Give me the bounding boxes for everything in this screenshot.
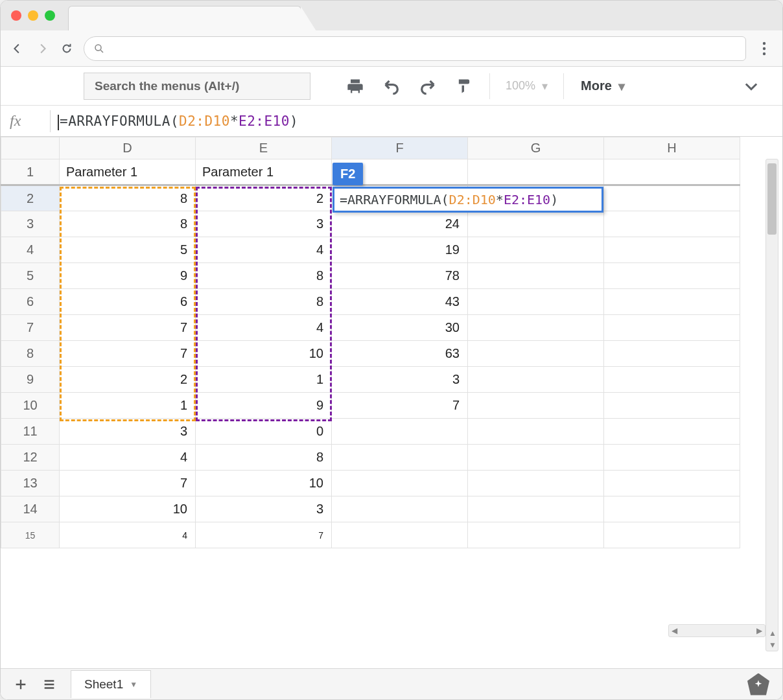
formula-text[interactable]: =ARRAYFORMULA(D2:D10*E2:E10) (60, 113, 298, 129)
cell[interactable] (604, 419, 740, 445)
cell[interactable] (604, 522, 740, 548)
cell[interactable]: 8 (196, 263, 332, 289)
cell[interactable]: 3 (196, 211, 332, 237)
cell[interactable] (604, 393, 740, 419)
collapse-toolbar-button[interactable] (742, 77, 760, 95)
cell[interactable]: 43 (332, 289, 468, 315)
row-header[interactable]: 5 (1, 263, 60, 289)
cell[interactable]: 5 (60, 237, 196, 263)
cell[interactable]: 10 (60, 496, 196, 522)
menu-search-input[interactable]: Search the menus (Alt+/) (84, 73, 310, 100)
print-button[interactable] (340, 73, 370, 100)
zoom-dropdown[interactable]: 100% ▾ (500, 79, 553, 93)
address-bar[interactable] (84, 36, 746, 61)
row-header[interactable]: 15 (1, 522, 60, 548)
cell[interactable] (332, 419, 468, 445)
window-maximize-button[interactable] (45, 10, 55, 21)
cell[interactable] (468, 341, 604, 367)
cell[interactable]: 2 (60, 367, 196, 393)
browser-menu-button[interactable] (755, 41, 773, 56)
col-header-H[interactable]: H (604, 137, 740, 159)
cell[interactable]: 24 (332, 211, 468, 237)
more-toolbar-button[interactable]: More ▾ (574, 78, 631, 94)
cell[interactable]: 10 (196, 471, 332, 496)
scroll-right-icon[interactable]: ▶ (756, 626, 762, 635)
cell[interactable]: 30 (332, 315, 468, 341)
undo-button[interactable] (377, 73, 406, 100)
cell[interactable]: 2 (196, 185, 332, 211)
cell[interactable]: 8 (60, 185, 196, 211)
row-header[interactable]: 10 (1, 393, 60, 419)
select-all-corner[interactable] (1, 137, 60, 159)
scroll-left-icon[interactable]: ◀ (672, 626, 677, 635)
cell[interactable]: 0 (196, 419, 332, 445)
cell[interactable] (468, 419, 604, 445)
cell[interactable]: 1 (196, 367, 332, 393)
horizontal-scrollbar[interactable]: ◀ ▶ (668, 624, 765, 637)
cell[interactable]: Parameter 1 (60, 159, 196, 185)
col-header-G[interactable]: G (468, 137, 604, 159)
cell[interactable]: 7 (196, 522, 332, 548)
cell[interactable]: 4 (196, 237, 332, 263)
cell[interactable]: 1 (60, 393, 196, 419)
row-header[interactable]: 1 (1, 159, 60, 185)
cell[interactable] (468, 237, 604, 263)
cell[interactable] (604, 237, 740, 263)
cell[interactable] (332, 445, 468, 471)
row-header[interactable]: 13 (1, 471, 60, 496)
cell[interactable]: 4 (196, 315, 332, 341)
scroll-down-icon[interactable]: ▼ (766, 639, 779, 651)
cell[interactable] (468, 496, 604, 522)
cell[interactable] (604, 263, 740, 289)
cell[interactable] (468, 367, 604, 393)
cell[interactable]: 8 (196, 445, 332, 471)
explore-button[interactable] (747, 673, 769, 695)
cell[interactable] (604, 496, 740, 522)
cell[interactable] (468, 393, 604, 419)
cell[interactable]: 10 (196, 341, 332, 367)
cell[interactable] (468, 522, 604, 548)
cell[interactable] (468, 263, 604, 289)
col-header-D[interactable]: D (60, 137, 196, 159)
row-header[interactable]: 3 (1, 211, 60, 237)
caret-down-icon[interactable]: ▼ (130, 680, 137, 689)
scroll-thumb[interactable] (767, 163, 777, 235)
row-header[interactable]: 4 (1, 237, 60, 263)
cell[interactable] (468, 289, 604, 315)
cell[interactable] (468, 211, 604, 237)
cell[interactable]: 4 (60, 522, 196, 548)
cell[interactable]: 8 (60, 211, 196, 237)
scroll-up-icon[interactable]: ▲ (766, 627, 779, 639)
paint-format-button[interactable] (449, 73, 479, 100)
row-header[interactable]: 7 (1, 315, 60, 341)
cell[interactable] (604, 211, 740, 237)
cell[interactable]: 7 (332, 393, 468, 419)
cell[interactable]: 78 (332, 263, 468, 289)
row-header[interactable]: 14 (1, 496, 60, 522)
cell[interactable] (604, 341, 740, 367)
cell[interactable]: 7 (60, 315, 196, 341)
cell[interactable]: 9 (60, 263, 196, 289)
cell[interactable] (604, 289, 740, 315)
row-header[interactable]: 11 (1, 419, 60, 445)
cell[interactable]: 63 (332, 341, 468, 367)
sheet-tab[interactable]: Sheet1 ▼ (71, 670, 151, 698)
nav-forward-button[interactable] (34, 41, 50, 56)
col-header-F[interactable]: F (332, 137, 468, 159)
row-header[interactable]: 6 (1, 289, 60, 315)
browser-tab[interactable] (68, 6, 301, 30)
cell[interactable] (604, 185, 740, 211)
cell[interactable] (332, 471, 468, 496)
window-close-button[interactable] (11, 10, 21, 21)
formula-bar[interactable]: fx =ARRAYFORMULA(D2:D10*E2:E10) (1, 106, 782, 137)
row-header[interactable]: 2 (1, 185, 60, 211)
cell[interactable]: Parameter 1 (196, 159, 332, 185)
cell[interactable] (468, 159, 604, 185)
cell[interactable]: 9 (196, 393, 332, 419)
window-minimize-button[interactable] (28, 10, 38, 21)
spreadsheet-grid[interactable]: D E F G H 1 Parameter 1 Parameter 1 2 8 … (1, 137, 782, 670)
cell[interactable]: 3 (332, 367, 468, 393)
row-header[interactable]: 8 (1, 341, 60, 367)
cell[interactable]: 3 (60, 419, 196, 445)
all-sheets-button[interactable] (42, 677, 56, 692)
